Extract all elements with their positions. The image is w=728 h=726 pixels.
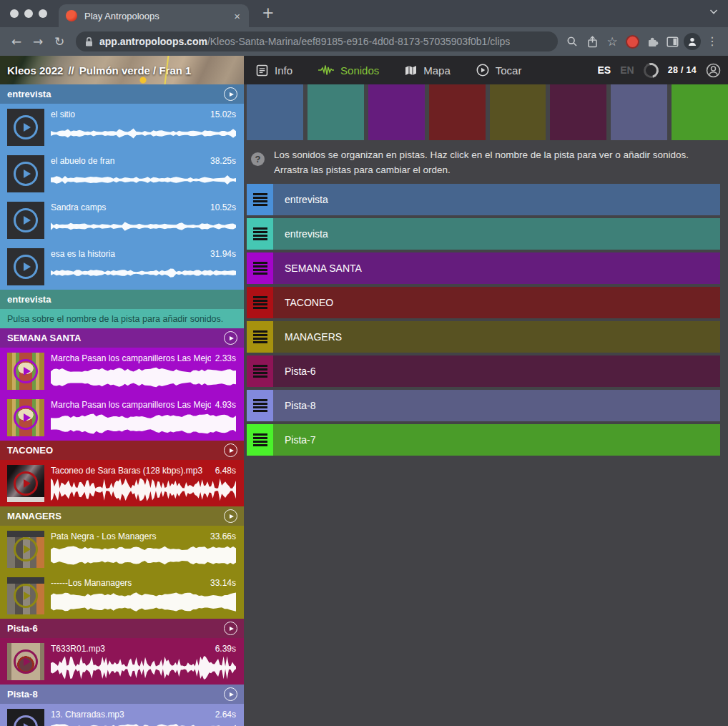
traffic-light-zoom-button[interactable] xyxy=(39,9,47,18)
language-es-button[interactable]: ES xyxy=(598,64,611,76)
language-en-button[interactable]: EN xyxy=(620,64,634,76)
track-name-button[interactable]: entrevista xyxy=(273,218,720,250)
track-row[interactable]: MANAGERS xyxy=(247,321,720,353)
play-track-button[interactable] xyxy=(224,509,237,523)
audio-clip[interactable]: Marcha Pasan los campanilleros Las Mejor… xyxy=(0,348,244,394)
track-row[interactable]: entrevista xyxy=(247,218,720,250)
bookmark-star-icon[interactable]: ☆ xyxy=(602,36,622,48)
track-row[interactable]: Pista-7 xyxy=(247,424,720,456)
audio-clip[interactable]: esa es la historia 31.94s xyxy=(0,243,244,290)
clip-thumbnail[interactable] xyxy=(7,353,44,390)
lock-icon[interactable] xyxy=(84,36,94,47)
track-name-button[interactable]: TACONEO xyxy=(273,287,720,318)
track-name-button[interactable]: MANAGERS xyxy=(273,321,720,353)
track-name-button[interactable]: entrevista xyxy=(273,184,720,215)
audio-clip[interactable]: Sandra camps 10.52s xyxy=(0,197,244,243)
clip-thumbnail[interactable] xyxy=(7,643,44,680)
clip-play-icon[interactable] xyxy=(14,584,38,608)
forward-button[interactable]: → xyxy=(27,36,49,48)
play-track-button[interactable] xyxy=(224,622,237,635)
clip-play-icon[interactable] xyxy=(14,115,38,139)
audio-clip[interactable]: Taconeo de Sara Baras (128 kbps).mp3 6.4… xyxy=(0,460,244,506)
nav-tab-sonidos[interactable]: Sonidos xyxy=(318,64,379,77)
track-drag-handle[interactable] xyxy=(247,321,273,353)
browser-menu-kebab-icon[interactable]: ⋮ xyxy=(702,36,722,47)
track-drag-handle[interactable] xyxy=(247,218,273,250)
extensions-puzzle-icon[interactable] xyxy=(642,36,662,48)
track-row[interactable]: Pista-8 xyxy=(247,390,720,421)
track-section-header[interactable]: TACONEO xyxy=(0,441,244,460)
audio-clip[interactable]: 13. Charradas.mp3 2.64s xyxy=(0,704,244,726)
nav-tab-mapa[interactable]: Mapa xyxy=(405,64,451,77)
clip-thumbnail[interactable] xyxy=(7,248,44,285)
clip-play-icon[interactable] xyxy=(14,255,38,279)
track-section-header[interactable]: Pista-8 xyxy=(0,685,244,704)
tab-search-chevron-icon[interactable] xyxy=(709,9,718,14)
address-bar[interactable]: app.antropoloops.com/Kleos-Santa-Marina/… xyxy=(76,31,558,51)
audio-clip[interactable]: el abuelo de fran 38.25s xyxy=(0,150,244,197)
side-panel-icon[interactable] xyxy=(662,36,682,47)
back-button[interactable]: ← xyxy=(6,36,27,48)
new-tab-button[interactable]: + xyxy=(262,9,275,16)
zoom-icon[interactable] xyxy=(562,36,582,47)
track-row[interactable]: entrevista xyxy=(247,184,720,215)
track-section-header[interactable]: Pista-6 xyxy=(0,619,244,638)
account-icon[interactable] xyxy=(706,63,721,78)
play-track-button[interactable] xyxy=(224,331,237,345)
sidebar-track-section: SEMANA SANTA Marcha Pasan los campanille… xyxy=(0,328,244,441)
track-drag-handle[interactable] xyxy=(247,252,273,284)
track-name-button[interactable]: Pista-8 xyxy=(273,390,720,421)
track-section-header[interactable]: entrevista xyxy=(0,84,244,104)
track-name-button[interactable]: Pista-6 xyxy=(273,355,720,387)
clip-play-icon[interactable] xyxy=(14,406,38,430)
clip-play-icon[interactable] xyxy=(14,649,38,674)
track-row[interactable]: Pista-6 xyxy=(247,355,720,387)
clip-play-icon[interactable] xyxy=(14,359,38,383)
play-track-button[interactable] xyxy=(224,443,237,457)
clip-thumbnail[interactable] xyxy=(7,577,44,614)
audio-clip[interactable]: Pata Negra - Los Managers 33.66s xyxy=(0,526,244,572)
track-name-button[interactable]: Pista-7 xyxy=(273,424,720,456)
clip-play-icon[interactable] xyxy=(14,537,38,561)
share-icon[interactable] xyxy=(582,36,602,48)
clip-thumbnail[interactable] xyxy=(7,109,44,146)
nav-tab-tocar[interactable]: Tocar xyxy=(476,64,522,77)
traffic-light-minimize-button[interactable] xyxy=(24,9,33,18)
clip-thumbnail[interactable] xyxy=(7,465,44,502)
track-section-header[interactable]: SEMANA SANTA xyxy=(0,328,244,348)
browser-tab[interactable]: Play Antropoloops × xyxy=(59,4,249,27)
traffic-light-close-button[interactable] xyxy=(10,9,19,18)
nav-tab-info[interactable]: Info xyxy=(256,64,292,77)
clip-thumbnail[interactable] xyxy=(7,709,44,726)
audio-clip[interactable]: ------Los Mananagers 33.14s xyxy=(0,572,244,619)
audio-clip[interactable]: Marcha Pasan los campanilleros Las Mejor… xyxy=(0,394,244,441)
audio-clip[interactable]: el sitio 15.02s xyxy=(0,104,244,150)
track-drag-handle[interactable] xyxy=(247,184,273,215)
track-drag-handle[interactable] xyxy=(247,355,273,387)
clip-thumbnail[interactable] xyxy=(7,399,44,436)
clip-thumbnail[interactable] xyxy=(7,155,44,192)
clip-play-icon[interactable] xyxy=(14,208,38,232)
track-section-header[interactable]: MANAGERS xyxy=(0,506,244,526)
clip-play-icon[interactable] xyxy=(14,162,38,186)
track-section-header[interactable]: entrevista xyxy=(0,290,244,309)
tab-close-icon[interactable]: × xyxy=(232,11,242,21)
track-drag-handle[interactable] xyxy=(247,390,273,421)
track-drag-handle[interactable] xyxy=(247,287,273,318)
clip-thumbnail[interactable] xyxy=(7,202,44,239)
track-section-title: SEMANA SANTA xyxy=(7,333,224,343)
track-row[interactable]: SEMANA SANTA xyxy=(247,252,720,284)
track-name-button[interactable]: SEMANA SANTA xyxy=(273,252,720,284)
track-drag-handle[interactable] xyxy=(247,424,273,456)
audio-clip[interactable]: T633R01.mp3 6.39s xyxy=(0,638,244,685)
clip-thumbnail[interactable] xyxy=(7,531,44,568)
play-track-button[interactable] xyxy=(224,687,237,701)
record-extension-icon[interactable] xyxy=(622,35,642,49)
project-header[interactable]: Kleos 2022 // Pulmón verde / Fran 1 xyxy=(0,56,244,84)
browser-profile-avatar[interactable] xyxy=(682,33,702,50)
reload-button[interactable]: ↻ xyxy=(49,36,70,48)
clip-play-icon[interactable] xyxy=(14,715,38,726)
clip-play-icon[interactable] xyxy=(14,471,38,496)
track-row[interactable]: TACONEO xyxy=(247,287,720,318)
play-track-button[interactable] xyxy=(224,87,237,101)
